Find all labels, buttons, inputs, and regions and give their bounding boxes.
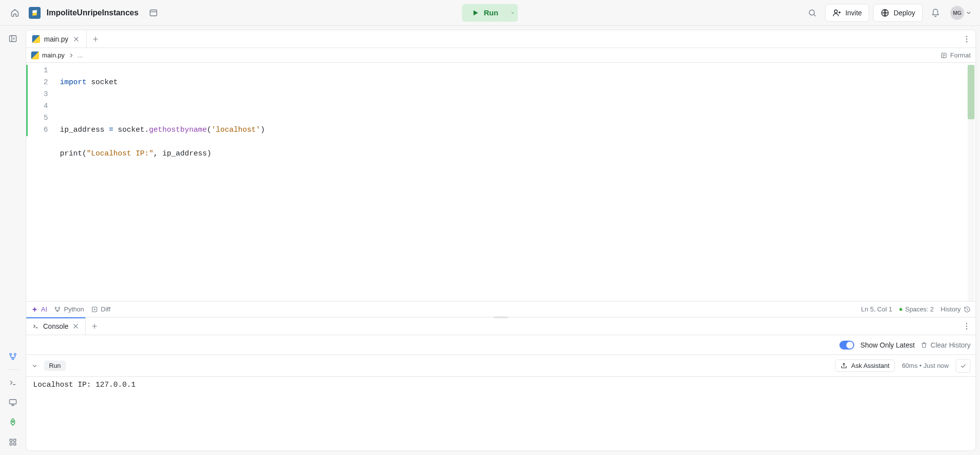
- more-vertical-icon: [962, 322, 971, 331]
- editor-pane: main.py main.py .: [26, 30, 976, 317]
- rail-apps-button[interactable]: [4, 433, 22, 451]
- tab-overflow-button[interactable]: [958, 30, 976, 48]
- svg-point-20: [57, 310, 58, 311]
- svg-point-2: [834, 10, 837, 13]
- chevron-right-icon: [68, 52, 75, 59]
- open-pane-icon: [149, 8, 158, 17]
- rail-git-button[interactable]: [4, 348, 22, 365]
- close-console-tab[interactable]: [72, 323, 79, 330]
- invite-icon: [833, 8, 841, 17]
- status-python[interactable]: Python: [54, 305, 84, 313]
- repl-settings-button[interactable]: [145, 4, 162, 22]
- svg-point-18: [55, 307, 56, 308]
- svg-point-15: [966, 38, 967, 39]
- share-icon: [840, 362, 847, 369]
- format-icon: [940, 52, 947, 59]
- editor-statusbar: AI Python Diff Ln 5, Col 1 Spaces: 2 His…: [26, 301, 976, 317]
- svg-point-14: [966, 36, 967, 37]
- sidebar-toggle-icon: [8, 34, 17, 43]
- status-diff[interactable]: Diff: [91, 305, 110, 313]
- invite-button[interactable]: Invite: [825, 4, 869, 22]
- python-icon: [31, 51, 39, 59]
- run-timing: 60ms • Just now: [902, 362, 949, 369]
- play-icon: [471, 8, 480, 17]
- svg-rect-13: [14, 443, 16, 446]
- svg-point-23: [966, 325, 967, 326]
- apps-grid-icon: [8, 438, 17, 447]
- plus-icon: [91, 323, 98, 330]
- svg-point-22: [966, 323, 967, 324]
- terminal-icon: [32, 323, 39, 330]
- trash-icon: [921, 342, 928, 349]
- pane-resize-handle[interactable]: [26, 316, 976, 319]
- svg-point-24: [966, 328, 967, 329]
- search-icon: [808, 8, 817, 17]
- crumb-filename[interactable]: main.py: [42, 51, 65, 59]
- format-button[interactable]: Format: [940, 51, 971, 59]
- svg-rect-11: [14, 439, 16, 442]
- bell-icon: [931, 8, 940, 17]
- invite-label: Invite: [845, 9, 862, 17]
- terminal-icon: [8, 378, 17, 387]
- status-dot-icon: [899, 308, 902, 311]
- editor-tab[interactable]: main.py: [26, 30, 87, 48]
- python-icon: [30, 8, 39, 17]
- deploy-button[interactable]: Deploy: [873, 4, 923, 22]
- diff-icon: [91, 306, 98, 313]
- avatar: MG: [950, 6, 964, 20]
- search-button[interactable]: [803, 4, 821, 22]
- new-tab-button[interactable]: [87, 30, 104, 48]
- console-output[interactable]: Localhost IP: 127.0.0.1: [26, 377, 976, 451]
- accept-run-button[interactable]: [956, 359, 971, 373]
- console-tab[interactable]: Console: [26, 317, 86, 335]
- close-icon: [72, 323, 79, 330]
- left-rail: [0, 26, 26, 455]
- status-spaces[interactable]: Spaces: 2: [905, 305, 934, 313]
- chevron-down-icon[interactable]: [31, 362, 38, 369]
- notifications-button[interactable]: [927, 4, 944, 22]
- ask-assistant-button[interactable]: Ask Assistant: [835, 359, 895, 372]
- run-button[interactable]: Run: [462, 4, 507, 22]
- rail-preview-button[interactable]: [4, 394, 22, 411]
- git-branch-icon: [8, 352, 17, 361]
- svg-rect-10: [10, 439, 12, 442]
- rail-shell-button[interactable]: [4, 374, 22, 392]
- console-tab-label: Console: [43, 322, 68, 330]
- status-history[interactable]: History: [941, 305, 971, 313]
- show-only-latest-label: Show Only Latest: [860, 341, 915, 349]
- svg-point-6: [14, 354, 16, 355]
- editor-tabbar: main.py: [26, 30, 976, 48]
- new-console-tab-button[interactable]: [86, 317, 103, 335]
- show-only-latest-toggle[interactable]: [839, 341, 854, 350]
- more-vertical-icon: [962, 35, 971, 44]
- repl-name[interactable]: ImpoliteUnripeInstances: [46, 6, 140, 19]
- minimap-thumb[interactable]: [968, 65, 975, 119]
- close-tab-button[interactable]: [72, 35, 80, 43]
- account-menu[interactable]: MG: [948, 5, 974, 21]
- run-label: Run: [484, 8, 498, 17]
- crumb-rest: ...: [78, 51, 83, 59]
- python-icon: [32, 35, 40, 43]
- sparkle-icon: [31, 306, 38, 313]
- home-button[interactable]: [6, 4, 24, 22]
- check-icon: [960, 362, 967, 369]
- status-lncol[interactable]: Ln 5, Col 1: [861, 305, 892, 313]
- code-editor[interactable]: import socket ip_address = socket.gethos…: [53, 63, 968, 301]
- toggle-sidebar-button[interactable]: [4, 30, 22, 48]
- clear-history-button[interactable]: Clear History: [921, 341, 971, 349]
- tab-filename: main.py: [44, 35, 68, 43]
- rocket-icon: [8, 418, 17, 427]
- format-label: Format: [950, 51, 971, 59]
- svg-point-5: [10, 354, 12, 355]
- console-overflow-button[interactable]: [958, 317, 976, 335]
- console-pane: Console Show Only Latest: [26, 317, 976, 451]
- svg-point-16: [966, 41, 967, 42]
- minimap[interactable]: [968, 65, 975, 301]
- rail-deploy-button[interactable]: [4, 413, 22, 431]
- line-gutter: 1 2 3 4 5 6: [26, 63, 53, 301]
- status-ai[interactable]: AI: [31, 305, 47, 313]
- svg-point-7: [12, 358, 14, 360]
- run-menu-button[interactable]: [507, 4, 518, 22]
- svg-rect-4: [9, 36, 16, 42]
- svg-point-9: [12, 421, 14, 422]
